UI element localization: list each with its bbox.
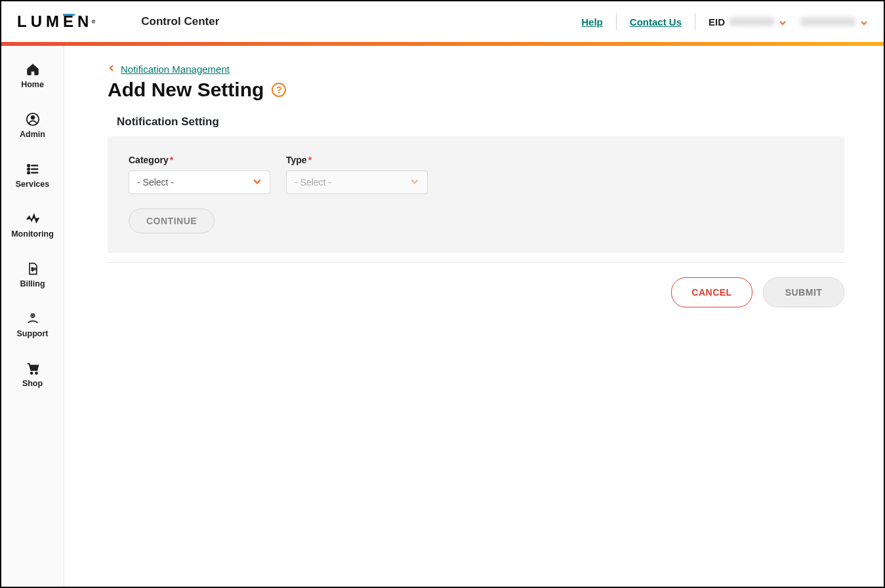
sidebar-item-label: Monitoring bbox=[11, 229, 54, 239]
help-circle-icon[interactable]: ? bbox=[272, 83, 286, 97]
app-frame: LUMEN® Control Center Help Contact Us EI… bbox=[0, 0, 885, 588]
eid-value-redacted bbox=[729, 17, 775, 26]
sidebar-item-services[interactable]: Services bbox=[1, 156, 64, 194]
breadcrumb: Notification Management bbox=[108, 63, 844, 75]
field-type: Type* - Select - bbox=[286, 155, 428, 194]
support-icon bbox=[25, 311, 41, 326]
eid-dropdown[interactable]: EID bbox=[709, 16, 787, 28]
required-asterisk: * bbox=[170, 155, 173, 165]
main-content: Notification Management Add New Setting … bbox=[64, 46, 884, 587]
eid-label: EID bbox=[709, 16, 725, 28]
svg-point-2 bbox=[28, 165, 30, 167]
form-panel: Category* - Select - Type* bbox=[108, 136, 844, 253]
svg-point-4 bbox=[28, 168, 30, 170]
svg-point-6 bbox=[28, 172, 30, 174]
chevron-down-icon bbox=[860, 18, 868, 26]
contact-us-link[interactable]: Contact Us bbox=[630, 16, 682, 28]
invoice-icon: $= bbox=[25, 261, 41, 277]
top-header: LUMEN® Control Center Help Contact Us EI… bbox=[1, 1, 884, 42]
field-category: Category* - Select - bbox=[129, 155, 270, 194]
sidebar-item-label: Shop bbox=[22, 379, 43, 388]
sidebar-item-home[interactable]: Home bbox=[1, 56, 64, 94]
user-value-redacted bbox=[800, 17, 856, 26]
form-row: Category* - Select - Type* bbox=[129, 155, 823, 194]
sidebar-item-shop[interactable]: Shop bbox=[1, 355, 64, 393]
svg-point-11 bbox=[30, 372, 32, 374]
cart-icon bbox=[25, 361, 41, 376]
divider bbox=[616, 13, 617, 30]
field-label-type: Type* bbox=[286, 155, 428, 165]
body: Home Admin Services Monitoring bbox=[1, 46, 884, 587]
chevron-down-icon bbox=[779, 18, 787, 26]
chevron-left-icon bbox=[108, 63, 115, 75]
sidebar-item-monitoring[interactable]: Monitoring bbox=[1, 206, 64, 244]
sidebar-item-label: Admin bbox=[20, 130, 45, 139]
header-right: Help Contact Us EID bbox=[581, 13, 868, 30]
page-title-row: Add New Setting ? bbox=[108, 79, 844, 101]
svg-point-1 bbox=[31, 115, 35, 119]
required-asterisk: * bbox=[308, 155, 312, 165]
sidebar-item-label: Billing bbox=[20, 279, 45, 288]
sidebar-item-label: Home bbox=[21, 80, 44, 89]
chevron-down-icon bbox=[253, 177, 262, 188]
action-row: CANCEL SUBMIT bbox=[108, 277, 844, 307]
select-value: - Select - bbox=[295, 177, 331, 187]
sidebar-item-label: Support bbox=[17, 329, 49, 338]
svg-point-10 bbox=[31, 315, 33, 316]
select-value: - Select - bbox=[137, 177, 174, 187]
continue-button: CONTINUE bbox=[129, 208, 215, 233]
category-select[interactable]: - Select - bbox=[129, 170, 270, 194]
svg-point-12 bbox=[35, 372, 37, 374]
chevron-down-icon bbox=[410, 177, 419, 188]
type-select: - Select - bbox=[286, 170, 428, 194]
list-icon bbox=[25, 161, 41, 177]
lumen-logo[interactable]: LUMEN® bbox=[17, 12, 95, 31]
user-circle-icon bbox=[25, 111, 41, 127]
user-dropdown[interactable] bbox=[800, 17, 868, 26]
sidebar-item-billing[interactable]: $= Billing bbox=[1, 256, 64, 294]
field-label-category: Category* bbox=[129, 155, 270, 165]
sidebar-item-label: Services bbox=[16, 180, 49, 189]
help-link[interactable]: Help bbox=[581, 16, 603, 28]
submit-button: SUBMIT bbox=[763, 277, 844, 307]
home-icon bbox=[25, 62, 41, 77]
svg-text:$=: $= bbox=[31, 266, 37, 272]
activity-icon bbox=[25, 211, 41, 227]
app-title: Control Center bbox=[141, 15, 219, 28]
page-title: Add New Setting bbox=[108, 79, 264, 101]
breadcrumb-parent-link[interactable]: Notification Management bbox=[121, 64, 230, 75]
sidebar: Home Admin Services Monitoring bbox=[1, 46, 64, 587]
divider bbox=[695, 13, 695, 30]
section-title: Notification Setting bbox=[117, 115, 844, 128]
sidebar-item-admin[interactable]: Admin bbox=[1, 106, 64, 144]
cancel-button[interactable]: CANCEL bbox=[671, 277, 752, 307]
sidebar-item-support[interactable]: Support bbox=[1, 305, 64, 343]
divider bbox=[108, 262, 844, 263]
